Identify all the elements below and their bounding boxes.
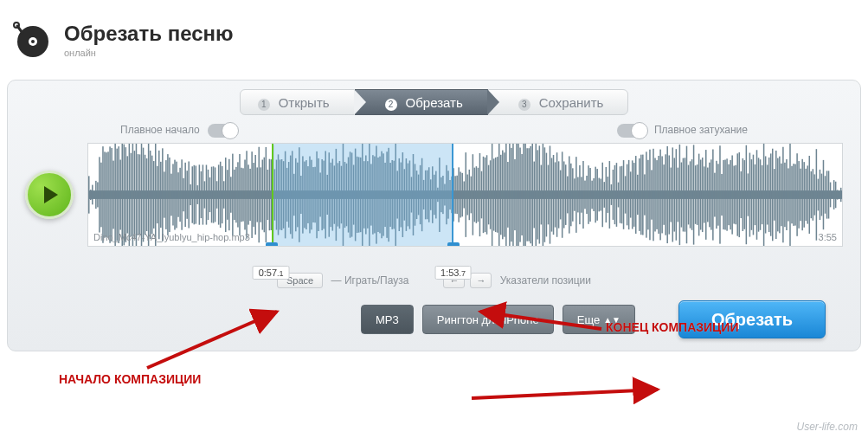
svg-rect-256 [528,148,530,241]
annotation-start: НАЧАЛО КОМПАЗИЦИИ [59,372,201,386]
svg-rect-10 [97,182,99,207]
svg-rect-356 [704,166,705,222]
svg-rect-345 [685,158,686,231]
step-label: Обрезать [406,95,463,110]
selection-region[interactable] [272,144,453,246]
wizard-steps: 1Открыть 2Обрезать 3Сохранить [8,81,860,120]
markers-hint: Указатели позиции [500,274,591,287]
svg-rect-251 [519,148,521,242]
svg-rect-216 [458,167,460,222]
svg-rect-372 [731,155,733,234]
cut-button[interactable]: Обрезать [678,300,826,338]
svg-rect-93 [242,168,244,221]
svg-rect-336 [668,155,670,234]
svg-rect-214 [454,176,456,214]
svg-rect-67 [197,185,199,204]
svg-rect-294 [595,167,596,223]
svg-rect-47 [162,148,164,241]
selection-end-handle[interactable] [447,242,460,247]
svg-rect-340 [676,149,678,241]
svg-rect-80 [220,162,222,228]
svg-rect-352 [697,164,698,225]
start-time-input[interactable]: 0:57.1 [253,266,290,280]
svg-rect-230 [483,157,485,233]
svg-rect-64 [192,166,194,222]
svg-rect-26 [125,147,127,242]
svg-rect-9 [95,181,97,209]
svg-rect-260 [536,144,537,246]
svg-rect-357 [705,150,707,240]
svg-rect-432 [837,190,839,199]
svg-rect-380 [746,145,748,244]
svg-rect-243 [505,144,507,246]
svg-rect-70 [203,164,204,224]
svg-rect-375 [736,153,738,235]
svg-rect-99 [253,163,254,227]
svg-rect-388 [760,159,762,230]
svg-rect-391 [765,156,767,233]
svg-rect-414 [805,169,807,221]
svg-rect-17 [109,146,111,242]
svg-rect-105 [264,158,266,233]
svg-rect-400 [781,164,782,226]
svg-rect-364 [717,164,719,225]
svg-rect-28 [129,144,131,246]
play-button[interactable] [25,171,74,219]
svg-rect-431 [835,182,837,208]
fade-in-toggle[interactable] [208,124,237,138]
selection-start-handle[interactable] [266,242,278,247]
svg-rect-280 [570,164,572,226]
svg-rect-75 [211,167,213,223]
svg-rect-315 [632,160,633,229]
svg-rect-250 [518,144,519,246]
svg-rect-303 [611,184,613,205]
svg-rect-213 [453,168,454,222]
svg-rect-333 [663,164,665,225]
svg-rect-266 [546,153,548,237]
step-number: 2 [385,99,397,111]
svg-rect-265 [544,147,546,242]
svg-rect-309 [621,166,623,223]
svg-rect-44 [157,166,158,223]
format-iphone-button[interactable]: Рингтон для iPhone [422,305,554,334]
format-more-button[interactable]: Еще▲▼ [563,305,635,334]
play-pause-hint: — Играть/Пауза [331,274,409,287]
svg-rect-82 [223,181,225,209]
svg-rect-87 [232,154,234,236]
svg-rect-421 [818,179,820,211]
svg-rect-426 [826,171,828,218]
svg-rect-55 [176,162,177,229]
svg-rect-5 [88,176,90,213]
svg-rect-20 [114,144,116,246]
svg-rect-424 [823,160,825,229]
step-cut[interactable]: 2Обрезать [355,89,488,115]
svg-rect-275 [562,151,563,237]
svg-rect-222 [469,170,471,220]
svg-rect-320 [640,155,642,235]
svg-rect-306 [616,163,618,227]
svg-rect-30 [132,144,134,246]
step-save[interactable]: 3Сохранить [488,89,629,115]
svg-rect-331 [659,150,661,241]
svg-rect-219 [463,181,465,208]
svg-rect-74 [209,177,211,212]
svg-rect-35 [141,144,143,246]
svg-rect-317 [635,156,637,234]
fade-out-toggle[interactable] [617,124,646,138]
end-time-input[interactable]: 1:53.7 [434,266,472,280]
waveform[interactable]: 0:57.1 Dino_Mc47-YA_lyublyu_hip-hop.mp3 … [87,143,843,247]
svg-rect-362 [714,173,716,217]
svg-rect-346 [686,146,688,244]
svg-rect-338 [672,147,674,242]
svg-rect-416 [809,156,811,234]
svg-rect-13 [102,146,104,243]
svg-rect-268 [550,145,551,243]
format-mp3-button[interactable]: MP3 [361,305,414,334]
svg-rect-86 [230,177,232,212]
svg-rect-233 [488,165,490,225]
svg-rect-384 [753,155,755,235]
svg-rect-290 [588,165,589,224]
svg-rect-302 [609,161,611,229]
svg-rect-228 [479,153,481,236]
step-open[interactable]: 1Открыть [240,89,355,115]
